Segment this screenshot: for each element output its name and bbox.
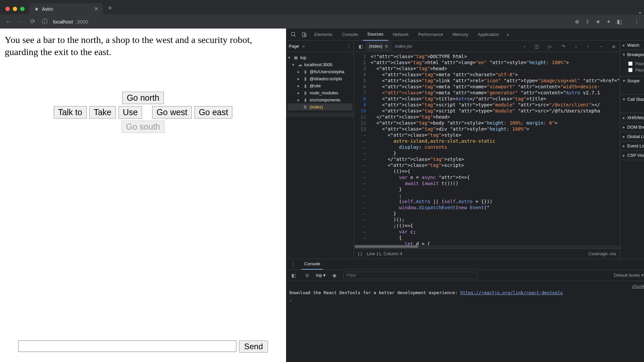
clear-console-icon[interactable]: ⊘ [303,273,312,278]
section-event[interactable]: ▸Event Listener Breakpoints [620,141,644,150]
tree-row-index[interactable]: 🗎(index) [287,103,352,110]
minimize-window-icon[interactable] [13,7,17,11]
section-csp[interactable]: ▸CSP Violation Breakpoints [620,151,644,160]
main-split: You see a bar to the north, a shop to th… [0,29,644,362]
close-window-icon[interactable] [5,7,10,11]
send-button[interactable]: Send [239,341,268,353]
device-toggle-icon[interactable] [299,32,310,37]
devtools-link[interactable]: https://reactjs.org/link/react-devtools [460,290,563,295]
cursor-position: Line 11, Column 4 [367,251,402,256]
navigator-more-icon[interactable]: » [302,44,305,49]
section-breakpoints[interactable]: ▾Breakpoints [620,50,644,59]
back-icon[interactable]: ← [5,18,12,25]
tree-row-host[interactable]: ▾☁localhost:3000 [287,61,352,68]
drawer-tab-console[interactable]: Console [302,259,323,270]
editor-hscroll[interactable] [354,245,620,248]
navigator-menu-icon[interactable]: ⋮ [347,44,351,49]
section-global[interactable]: ▸Global Listeners [620,132,644,141]
drawer-menu-icon[interactable]: ⋮ [288,262,298,267]
tab-elements[interactable]: Elements [310,29,337,41]
step-into-icon[interactable]: ↓ [572,44,580,49]
callstack-not-paused: Not paused [620,104,644,113]
console-context[interactable]: top▾ [316,273,326,278]
tree-row-folder[interactable]: ▸▮node_modules [287,89,352,96]
go-east-button[interactable]: Go east [194,106,233,119]
section-scope[interactable]: ▾Scope [620,76,644,85]
command-input[interactable] [18,341,236,352]
browser-tab[interactable]: Astro ✕ [29,3,103,14]
log-levels[interactable]: Default levels ▾ [614,273,644,278]
section-watch[interactable]: ▸Watch [620,41,644,50]
tabs-dropdown-icon[interactable]: ⌄ [638,9,644,14]
url-field[interactable]: localhost:3000 [53,19,88,25]
devtools: Elements Console Sources Network Perform… [286,29,644,362]
message-source[interactable]: chunk-DFKQJ226.js?v=9e6b4e8c:18 [632,284,644,289]
tree-row-folder[interactable]: ▸▮src/components [287,96,352,103]
tree-row-folder[interactable]: ▸▮@vite [287,82,352,89]
code-content[interactable]: <!"attr">class="tag">DOCTYPE html> <"att… [369,52,620,245]
section-dom[interactable]: ▸DOM Breakpoints [620,123,644,132]
console-filter-input[interactable] [343,272,477,279]
step-icon[interactable]: → [596,44,606,49]
forward-icon[interactable]: → [17,18,24,25]
console-sidebar-icon[interactable]: ◧ [289,273,298,278]
tab-console[interactable]: Console [337,29,363,41]
live-expr-icon[interactable]: ◉ [330,273,339,278]
navigator-header: Page » ⋮ [286,41,354,52]
console-message: chunk-DFKQJ226.js?v=9e6b4e8c:18 [289,283,644,289]
new-tab-button[interactable]: + [104,4,116,14]
drawer-tabs: ⋮ Console ✕ [286,259,644,270]
editor: ◧ (index)✕ index.jsx ▫ ◫ ▷ ↷ ↓ ↑ → ⌀ [354,41,620,259]
take-button[interactable]: Take [89,106,116,119]
zoom-icon[interactable]: ⊕ [575,18,579,25]
console-prompt[interactable]: › [289,296,644,303]
game-controls: Go north Talk to Take Use Go west Go eas… [5,92,281,133]
editor-tab-index[interactable]: (index)✕ [366,41,392,52]
use-button[interactable]: Use [119,106,142,119]
zoom-window-icon[interactable] [20,7,25,11]
go-south-button[interactable]: Go south [122,121,164,133]
section-callstack[interactable]: ▾Call Stack [620,95,644,104]
extensions-icon[interactable]: ✦ [606,18,611,25]
pretty-print-icon[interactable]: { } [358,251,362,256]
close-editortab-icon[interactable]: ✕ [384,44,388,49]
new-snippet-icon[interactable]: ▫ [521,44,528,49]
menu-icon[interactable]: ⋮ [634,18,639,25]
section-xhr[interactable]: ▸XHR/fetch Breakpoints [620,113,644,122]
step-out-icon[interactable]: ↑ [584,44,592,49]
close-tab-icon[interactable]: ✕ [94,6,98,12]
sidepanel-icon[interactable]: ◧ [617,18,622,25]
reload-icon[interactable]: ⟳ [29,18,36,25]
navigator-resize-handle[interactable] [286,112,354,117]
scope-not-paused: Not paused [620,85,644,94]
site-info-icon[interactable]: ⓘ [41,17,48,26]
tree-row-folder[interactable]: ▸▮@fs/Users/stepha [287,68,352,75]
pause-uncaught-checkbox[interactable]: Pause on uncaught exceptions [628,60,644,67]
step-over-icon[interactable]: ↷ [559,44,568,49]
share-icon[interactable]: ⇪ [585,18,590,25]
toggle-side-icon[interactable]: ◫ [532,44,542,49]
tab-memory[interactable]: Memory [448,29,473,41]
resume-icon[interactable]: ▷ [546,44,555,49]
tree-row-folder[interactable]: ▸▮@id/astro:scripts [287,75,352,82]
toggle-nav-icon[interactable]: ◧ [356,44,366,49]
pause-caught-checkbox[interactable]: Pause on caught exceptions [628,67,644,73]
tree-row-top[interactable]: ▾▣top [287,54,352,61]
more-tabs-icon[interactable]: » [504,32,512,37]
editor-tabs: ◧ (index)✕ index.jsx ▫ ◫ ▷ ↷ ↓ ↑ → ⌀ [354,41,620,52]
editor-tab-indexjsx[interactable]: index.jsx [392,41,416,52]
talk-to-button[interactable]: Talk to [54,106,87,119]
code-editor[interactable]: 12345678910111213–––––––––––––––––– <!"a… [354,52,620,245]
tab-sources[interactable]: Sources [363,29,388,41]
tab-performance[interactable]: Performance [413,29,448,41]
deactivate-bp-icon[interactable]: ⌀ [610,44,618,49]
url-host: localhost [53,19,73,25]
go-west-button[interactable]: Go west [152,106,192,119]
navigator-page-tab[interactable]: Page [289,44,299,49]
console-body[interactable]: chunk-DFKQJ226.js?v=9e6b4e8c:18 Download… [286,281,644,362]
tab-application[interactable]: Application [473,29,504,41]
inspect-icon[interactable] [288,32,299,37]
bookmark-icon[interactable]: ★ [596,18,600,25]
go-north-button[interactable]: Go north [122,92,164,104]
tab-network[interactable]: Network [388,29,414,41]
